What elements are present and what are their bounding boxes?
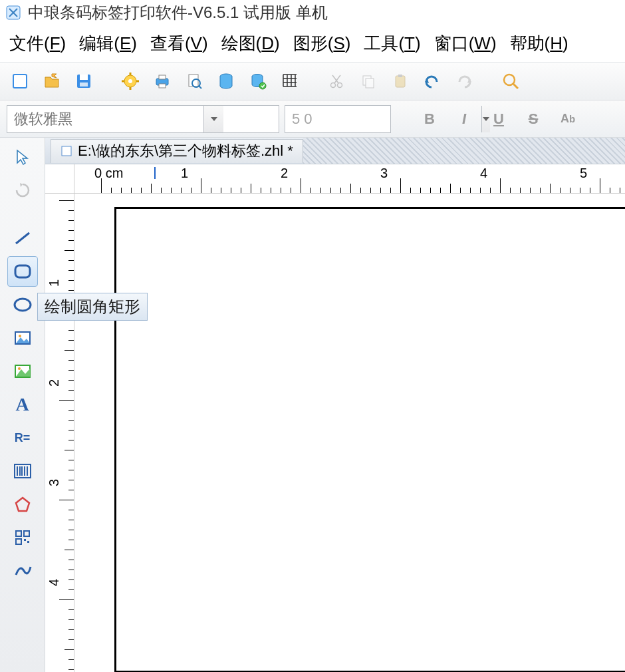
- svg-rect-33: [366, 79, 374, 88]
- label-page[interactable]: [114, 207, 625, 672]
- menu-draw[interactable]: 绘图(D): [221, 32, 280, 55]
- menu-window[interactable]: 窗口(W): [434, 32, 497, 55]
- cut-button[interactable]: [323, 68, 350, 94]
- svg-point-42: [19, 335, 21, 337]
- svg-line-16: [199, 86, 201, 88]
- document-path: E:\做的东东\第三个物料标签.zhl *: [78, 141, 293, 161]
- rounded-rect-tool[interactable]: [7, 256, 38, 287]
- strike-button[interactable]: S: [519, 106, 548, 132]
- svg-rect-56: [62, 146, 71, 156]
- text-tool[interactable]: A: [7, 389, 38, 420]
- database-refresh-button[interactable]: [245, 68, 271, 94]
- open-button[interactable]: [39, 68, 65, 94]
- svg-rect-53: [16, 539, 21, 544]
- font-family-input[interactable]: [7, 106, 203, 132]
- barcode-tool[interactable]: [7, 456, 38, 486]
- svg-point-40: [15, 299, 31, 311]
- ruler-unit-label: 0 cm: [94, 166, 123, 181]
- font-family-combo[interactable]: [7, 105, 279, 133]
- font-size-combo[interactable]: [285, 105, 391, 133]
- main-toolbar: [0, 62, 625, 100]
- select-tool[interactable]: [7, 142, 38, 172]
- document-tab[interactable]: E:\做的东东\第三个物料标签.zhl *: [51, 139, 303, 163]
- svg-rect-54: [24, 539, 26, 541]
- font-toolbar: B I U S Ab: [0, 100, 625, 138]
- rotate-tool[interactable]: [7, 175, 38, 206]
- menu-file[interactable]: 文件(F): [9, 32, 66, 55]
- zoom-button[interactable]: [497, 68, 524, 94]
- svg-point-36: [504, 75, 515, 85]
- work-area: 绘制圆角矩形 A R= E:\做的东东\第三个物料标签.zhl * 0 cm 1…: [0, 138, 625, 672]
- print-button[interactable]: [149, 68, 176, 94]
- window-title: 中琅条码标签打印软件-V6.5.1 试用版 单机: [28, 2, 328, 23]
- line-tool[interactable]: [7, 223, 38, 253]
- app-icon: [5, 5, 21, 21]
- polygon-tool[interactable]: [7, 489, 38, 520]
- svg-rect-13: [159, 84, 166, 88]
- svg-rect-4: [80, 83, 88, 86]
- image-tool[interactable]: [7, 323, 38, 353]
- underline-button[interactable]: U: [484, 106, 513, 132]
- preview-button[interactable]: [181, 68, 207, 94]
- ellipse-tool[interactable]: 绘制圆角矩形: [7, 289, 38, 320]
- charformat-button[interactable]: Ab: [553, 106, 582, 132]
- qrcode-tool[interactable]: [7, 522, 38, 553]
- settings-button[interactable]: [117, 68, 144, 94]
- svg-rect-35: [398, 75, 402, 77]
- svg-rect-39: [15, 265, 30, 277]
- curve-tool[interactable]: [7, 556, 38, 586]
- tool-sidebar: 绘制圆角矩形 A R=: [0, 138, 45, 672]
- menu-help[interactable]: 帮助(H): [510, 32, 568, 55]
- svg-rect-1: [13, 75, 27, 88]
- document-tab-bar: E:\做的东东\第三个物料标签.zhl *: [45, 138, 625, 164]
- svg-rect-12: [159, 75, 166, 79]
- menu-shape[interactable]: 图形(S): [293, 32, 351, 55]
- h-guide-marker[interactable]: [154, 167, 156, 179]
- horizontal-ruler[interactable]: 0 cm 1 2 3 4 5: [74, 164, 625, 194]
- svg-rect-3: [80, 75, 88, 80]
- svg-point-44: [18, 367, 21, 370]
- ruler-corner: [45, 164, 74, 194]
- title-bar: 中琅条码标签打印软件-V6.5.1 试用版 单机: [0, 0, 625, 25]
- svg-rect-51: [16, 531, 21, 536]
- svg-line-37: [513, 84, 518, 88]
- picture-tool[interactable]: [7, 356, 38, 387]
- svg-rect-34: [396, 76, 405, 87]
- svg-line-38: [16, 233, 29, 244]
- redo-button[interactable]: [451, 68, 477, 94]
- richtext-tool[interactable]: R=: [7, 422, 38, 453]
- new-button[interactable]: [7, 68, 33, 94]
- document-icon: [61, 145, 72, 157]
- grid-button[interactable]: [277, 68, 303, 94]
- canvas-panel: E:\做的东东\第三个物料标签.zhl * 0 cm 1 2 3 4 5 1 2…: [45, 138, 625, 672]
- svg-point-28: [331, 83, 336, 88]
- menu-view[interactable]: 查看(V): [150, 32, 208, 55]
- svg-rect-55: [27, 541, 29, 543]
- database-button[interactable]: [213, 68, 239, 94]
- svg-point-6: [128, 79, 132, 83]
- canvas-host[interactable]: [74, 194, 625, 672]
- tab-bar-hatch: [303, 138, 625, 164]
- save-button[interactable]: [70, 68, 97, 94]
- menu-tools[interactable]: 工具(T): [364, 32, 420, 55]
- rounded-rect-tooltip: 绘制圆角矩形: [37, 293, 148, 321]
- font-family-dropdown-icon[interactable]: [203, 106, 223, 132]
- copy-button[interactable]: [355, 68, 382, 94]
- svg-point-19: [259, 83, 266, 89]
- bold-button[interactable]: B: [415, 106, 444, 132]
- menu-bar: 文件(F) 编辑(E) 查看(V) 绘图(D) 图形(S) 工具(T) 窗口(W…: [0, 25, 625, 62]
- menu-edit[interactable]: 编辑(E): [79, 32, 137, 55]
- italic-button[interactable]: I: [449, 106, 479, 132]
- svg-point-29: [338, 83, 342, 88]
- undo-button[interactable]: [419, 68, 445, 94]
- vertical-ruler[interactable]: 1 2 3 4 5: [45, 194, 74, 672]
- paste-button[interactable]: [387, 68, 414, 94]
- svg-rect-52: [24, 531, 29, 536]
